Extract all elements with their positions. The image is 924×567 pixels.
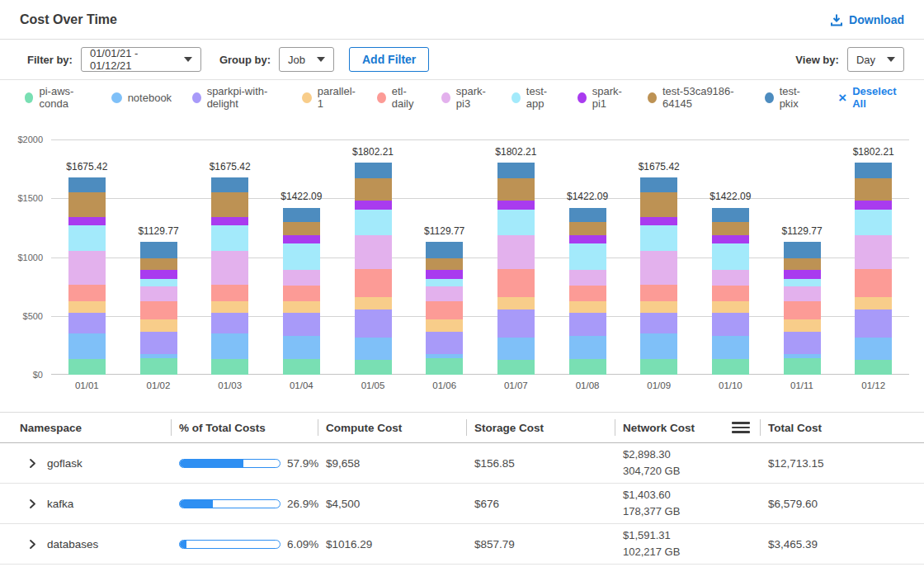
bar-segment-sparkpi-with-delight [569,313,606,336]
bar-group-01/06[interactable]: $1129.77 [408,139,480,375]
y-axis-tick-label: $2000 [17,135,43,144]
namespace-cell-goflask[interactable]: goflask [20,443,171,483]
namespace-label: databases [47,538,98,550]
deselect-all-label: Deselect All [852,85,899,110]
group-by-label: Group by: [219,54,271,66]
column-menu-icon[interactable] [732,422,750,433]
bar-segment-test-pkix [68,177,106,192]
bar-group-01/09[interactable]: $1675.42 [623,139,695,375]
bar-segment-test-pkix [283,208,320,223]
group-by-select[interactable]: Job [279,47,334,72]
x-axis-tick-label: 01/03 [194,380,266,390]
bar-total-label: $1802.21 [837,146,909,158]
compute-cost-cell: $4,500 [318,484,466,523]
bar-segment-test-pkix [426,242,463,258]
table-header-row: Namespace% of Total CostsCompute CostSto… [0,412,924,443]
compute-cost-cell: $9,658 [318,443,466,483]
chevron-right-icon[interactable] [27,458,38,469]
bar-group-01/04[interactable]: $1422.09 [266,139,337,375]
bar-segment-parallel-1 [497,297,535,309]
bar-segment-spark-pi3 [784,286,821,301]
bar-segment-test-pkix [712,208,749,223]
bar-segment-etl-daily [283,286,320,301]
x-axis-tick-label: 01/07 [480,380,552,390]
bar-segment-etl-daily [355,269,392,297]
legend-item-label: sparkpi-with-delight [207,85,281,110]
pct-label: 57.9% [287,457,318,470]
download-button[interactable]: Download [830,13,904,26]
legend-item-sparkpi-with-delight[interactable]: sparkpi-with-delight [192,85,281,110]
legend-dot-icon [302,92,312,103]
bar-group-01/07[interactable]: $1802.21 [480,139,552,375]
date-range-select[interactable]: 01/01/21 - 01/12/21 [81,47,201,72]
bar-segment-pi-aws-conda [140,358,177,375]
bar-segment-test-pkix [784,242,821,258]
bar-segment-spark-pi3 [283,270,320,286]
chevron-right-icon[interactable] [27,498,38,509]
namespace-cell-kafka[interactable]: kafka [20,484,171,523]
legend-item-spark-pi1[interactable]: spark-pi1 [578,85,627,110]
legend-dot-icon [25,92,33,103]
deselect-all-button[interactable]: ×Deselect All [838,85,899,110]
pct-total-costs-cell: 57.9% [171,443,318,483]
bar-segment-test-53ca9186-64145 [355,178,392,201]
legend-item-pi-aws-conda[interactable]: pi-aws-conda [25,85,91,110]
bar-segment-parallel-1 [855,297,892,309]
group-by-value: Job [288,54,305,66]
y-axis-tick-label: $1500 [17,193,43,203]
x-axis-tick-label: 01/01 [51,380,123,390]
x-axis-tick-label: 01/10 [695,380,766,390]
legend-item-spark-pi3[interactable]: spark-pi3 [441,85,491,110]
bar-group-01/10[interactable]: $1422.09 [695,139,766,375]
progress-bar-fill [180,541,186,548]
bar-segment-test-53ca9186-64145 [855,178,892,201]
bar-segment-pi-aws-conda [497,360,535,375]
network-cost-value: $1,591.31 [623,527,671,544]
column-header-label: Network Cost [623,422,695,434]
namespace-cell-databases[interactable]: databases [20,524,171,564]
bar-segment-spark-pi3 [426,286,463,301]
network-cost-cell: $1,591.31102,217 GB [615,524,760,564]
bar-segment-spark-pi1 [426,270,463,279]
bar-segment-etl-daily [68,285,106,301]
bar-group-01/01[interactable]: $1675.42 [51,139,123,375]
bar-group-01/02[interactable]: $1129.77 [123,139,195,375]
bar-segment-pi-aws-conda [283,359,320,375]
bar-group-01/11[interactable]: $1129.77 [766,139,838,375]
legend-dot-icon [765,92,773,103]
bar-group-01/12[interactable]: $1802.21 [837,139,909,375]
network-cost-value: $1,403.60 [623,487,671,503]
bar-segment-test-53ca9186-64145 [211,192,248,217]
legend-item-etl-daily[interactable]: etl-daily [377,85,421,110]
view-by-select[interactable]: Day [847,47,904,72]
bar-group-01/08[interactable]: $1422.09 [552,139,624,375]
bar-group-01/05[interactable]: $1802.21 [337,139,409,375]
chevron-right-icon[interactable] [27,539,38,550]
pct-label: 6.09% [287,538,318,550]
x-axis: 01/0101/0201/0301/0401/0501/0601/0701/08… [51,380,924,390]
legend-item-test-app[interactable]: test-app [512,85,557,110]
legend-dot-icon [648,92,657,103]
legend-item-test-53ca9186-64145[interactable]: test-53ca9186-64145 [648,85,744,110]
bar-segment-test-53ca9186-64145 [712,222,749,235]
bar-segment-notebook [640,333,677,359]
legend-item-notebook[interactable]: notebook [111,92,172,104]
add-filter-button[interactable]: Add Filter [349,47,429,72]
bar-segment-test-pkix [855,163,892,177]
legend-item-label: notebook [128,92,172,104]
legend-item-test-pkix[interactable]: test-pkix [765,85,811,110]
date-range-value: 01/01/21 - 01/12/21 [90,47,172,72]
bar-segment-spark-pi3 [140,286,177,301]
legend-item-parallel-1[interactable]: parallel-1 [302,85,356,110]
x-axis-tick-label: 01/05 [337,380,409,390]
bar-segment-test-53ca9186-64145 [640,192,677,217]
stacked-bar [569,208,606,375]
bar-segment-parallel-1 [426,319,463,332]
bar-segment-etl-daily [569,286,606,301]
bar-segment-parallel-1 [640,301,677,313]
bar-segment-test-app [283,243,320,269]
network-usage-value: 304,720 GB [623,463,680,480]
bar-segment-sparkpi-with-delight [283,313,320,336]
stacked-bar [283,208,320,375]
bar-group-01/03[interactable]: $1675.42 [194,139,266,375]
